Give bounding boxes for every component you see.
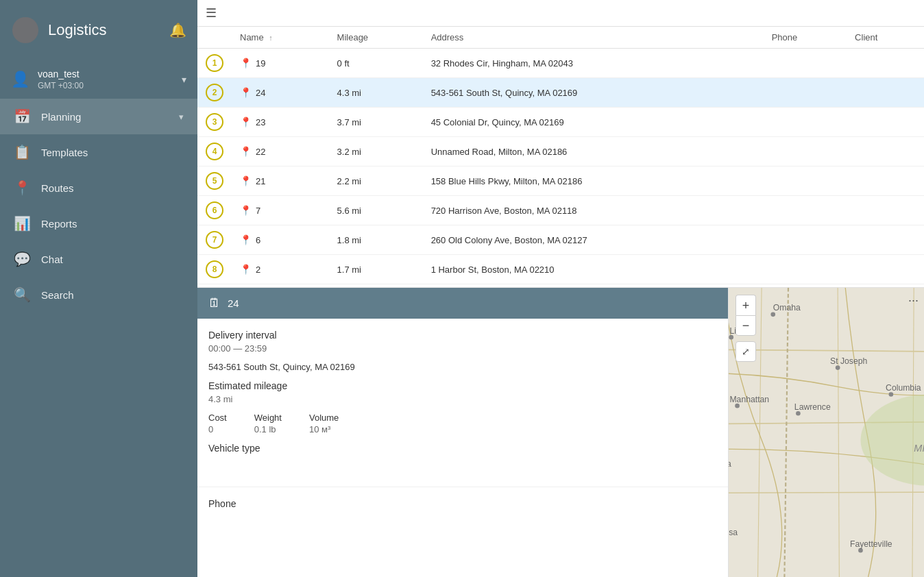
sidebar-item-chat[interactable]: 💬 Chat: [0, 241, 197, 277]
stop-name: 21: [256, 176, 265, 186]
table-row[interactable]: 6 📍 7 5.6 mi 720 Harrison Ave, Boston, M…: [197, 196, 924, 225]
stop-client-cell: [847, 137, 924, 167]
routes-icon: 📍: [14, 180, 30, 196]
map-more-options[interactable]: ···: [908, 293, 919, 308]
stop-number-cell: 6: [197, 196, 232, 225]
notification-bell-icon[interactable]: 🔔: [169, 22, 186, 38]
cost-weight-volume-row: Cost 0 Weight 0.1 lb Volume 10 м³: [208, 413, 717, 434]
stop-client-cell: [847, 196, 924, 225]
col-header-name: Name ↑: [232, 27, 329, 49]
stop-phone-cell: [764, 225, 847, 255]
weight-value: 0.1 lb: [254, 424, 282, 434]
stop-mileage-cell: 4.3 mi: [329, 78, 423, 108]
weight-label: Weight: [254, 413, 282, 423]
pin-icon: 📍: [240, 175, 252, 186]
col-header-address: Address: [423, 27, 764, 49]
stop-address-cell: 260 Old Colony Ave, Boston, MA 02127: [423, 225, 764, 255]
sidebar: 🚚 Logistics 🔔 👤 voan_test GMT +03:00 ▾ 📅…: [0, 0, 197, 577]
main-content: ☰ Name ↑ Mileage Address Phone Client: [197, 0, 924, 577]
detail-header-icon: 🗓: [208, 296, 221, 310]
user-avatar-icon: 👤: [11, 71, 29, 88]
stop-badge: 5: [206, 172, 223, 190]
stop-name: 7: [256, 206, 260, 216]
table-row[interactable]: 4 📍 22 3.2 mi Unnamed Road, Milton, MA 0…: [197, 137, 924, 167]
sidebar-item-templates[interactable]: 📋 Templates: [0, 134, 197, 170]
stop-number-cell: 7: [197, 225, 232, 255]
username: voan_test: [38, 69, 173, 79]
svg-text:St Joseph: St Joseph: [830, 356, 867, 366]
detail-address: 543-561 South St, Quincy, MA 02169: [208, 362, 717, 372]
table-row[interactable]: 3 📍 23 3.7 mi 45 Colonial Dr, Quincy, MA…: [197, 108, 924, 137]
sidebar-header: 🚚 Logistics 🔔: [0, 0, 197, 60]
stop-name-cell: 📍 19: [232, 49, 329, 78]
pin-icon: 📍: [240, 234, 252, 245]
stop-name-cell: 📍 22: [232, 137, 329, 167]
map-svg: NEBRASKA Omaha Lincoln Davenport Peori..…: [729, 288, 924, 577]
sidebar-item-label: Planning: [41, 111, 81, 123]
delivery-interval-value: 00:00 — 23:59: [208, 343, 717, 354]
stop-phone-cell: [764, 196, 847, 225]
stop-phone-cell: [764, 137, 847, 167]
map-controls: + − ⤢: [735, 295, 756, 362]
bottom-section: 🗓 24 Delivery interval 00:00 — 23:59 543…: [197, 288, 924, 577]
volume-value: 10 м³: [309, 424, 339, 434]
svg-text:Wichita: Wichita: [729, 459, 731, 469]
svg-point-14: [729, 335, 733, 340]
table-row[interactable]: 7 📍 6 1.8 mi 260 Old Colony Ave, Boston,…: [197, 225, 924, 255]
sidebar-item-routes[interactable]: 📍 Routes: [0, 170, 197, 206]
stop-number-cell: 2: [197, 78, 232, 108]
stop-badge: 6: [206, 201, 223, 219]
phone-section: Phone: [197, 487, 728, 520]
stop-number-cell: 4: [197, 137, 232, 167]
table-row[interactable]: 1 📍 19 0 ft 32 Rhodes Cir, Hingham, MA 0…: [197, 49, 924, 78]
sort-arrow-icon: ↑: [269, 34, 273, 42]
user-timezone: GMT +03:00: [38, 81, 173, 90]
svg-text:Lawrence: Lawrence: [794, 402, 831, 412]
table-row[interactable]: 8 📍 2 1.7 mi 1 Harbor St, Boston, MA 022…: [197, 255, 924, 284]
map-container: NEBRASKA Omaha Lincoln Davenport Peori..…: [729, 288, 924, 577]
stop-name: 22: [256, 147, 265, 157]
app-title: Logistics: [48, 21, 107, 39]
col-header-client: Client: [847, 27, 924, 49]
zoom-out-button[interactable]: −: [735, 315, 756, 336]
stop-name: 23: [256, 117, 265, 127]
app-logo-icon: 🚚: [11, 16, 40, 45]
stop-name-cell: 📍 23: [232, 108, 329, 137]
svg-text:MISSOURI: MISSOURI: [914, 443, 924, 454]
sidebar-item-label: Reports: [41, 218, 77, 230]
reports-icon: 📊: [14, 215, 30, 232]
user-menu-chevron-icon: ▾: [182, 74, 186, 85]
stop-mileage-cell: 1.7 mi: [329, 255, 423, 284]
svg-text:Columbia: Columbia: [886, 383, 921, 393]
sidebar-item-label: Chat: [41, 254, 63, 265]
volume-label: Volume: [309, 413, 339, 423]
svg-point-24: [858, 548, 863, 553]
stop-mileage-cell: 2.2 mi: [329, 167, 423, 196]
stop-name-cell: 📍 7: [232, 196, 329, 225]
detail-panel: 🗓 24 Delivery interval 00:00 — 23:59 543…: [197, 288, 729, 577]
zoom-in-button[interactable]: +: [735, 295, 756, 315]
svg-point-17: [735, 404, 740, 408]
expand-button[interactable]: ⤢: [735, 341, 756, 362]
sidebar-item-planning[interactable]: 📅 Planning ▾: [0, 99, 197, 134]
sidebar-item-reports[interactable]: 📊 Reports: [0, 206, 197, 241]
menu-icon[interactable]: ☰: [206, 5, 217, 21]
stop-badge: 1: [206, 54, 223, 72]
search-icon: 🔍: [14, 286, 30, 303]
sidebar-item-label: Search: [41, 289, 74, 301]
stops-table-section: ☰ Name ↑ Mileage Address Phone Client: [197, 0, 924, 288]
cost-label: Cost: [208, 413, 227, 423]
table-row[interactable]: 2 📍 24 4.3 mi 543-561 South St, Quincy, …: [197, 78, 924, 108]
stop-number-cell: 1: [197, 49, 232, 78]
cost-value: 0: [208, 424, 227, 434]
stop-address-cell: 32 Rhodes Cir, Hingham, MA 02043: [423, 49, 764, 78]
table-row[interactable]: 5 📍 21 2.2 mi 158 Blue Hills Pkwy, Milto…: [197, 167, 924, 196]
user-menu[interactable]: 👤 voan_test GMT +03:00 ▾: [0, 60, 197, 99]
stop-phone-cell: [764, 167, 847, 196]
vehicle-type-label: Vehicle type: [208, 443, 717, 454]
stop-address-cell: 720 Harrison Ave, Boston, MA 02118: [423, 196, 764, 225]
stop-client-cell: [847, 108, 924, 137]
sidebar-item-search[interactable]: 🔍 Search: [0, 277, 197, 312]
stop-number-cell: 5: [197, 167, 232, 196]
svg-text:Fayetteville: Fayetteville: [850, 539, 892, 549]
